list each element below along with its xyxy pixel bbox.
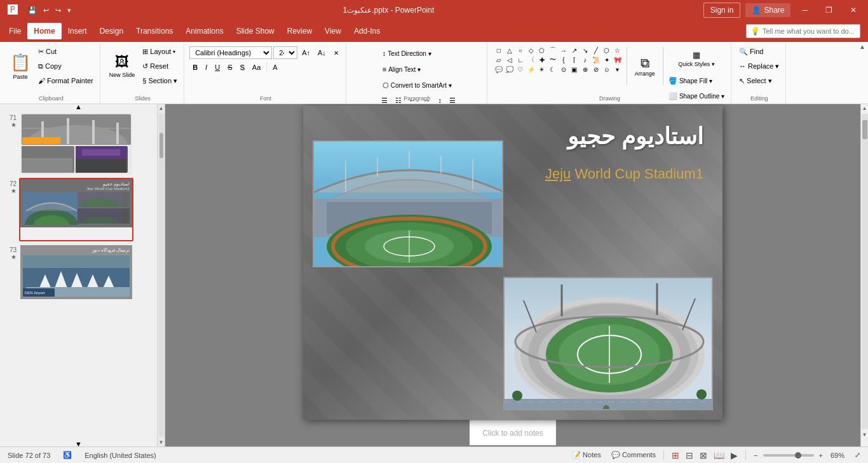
underline-button[interactable]: U xyxy=(212,61,223,74)
font-color-button[interactable]: A xyxy=(269,61,280,74)
format-painter-button[interactable]: 🖌 Format Painter xyxy=(36,74,96,88)
shape-chevron[interactable]: 〈 xyxy=(526,55,536,64)
panel-scroll-bottom-arrow[interactable]: ▼ xyxy=(158,438,165,446)
shape-parallelogram[interactable]: ▱ xyxy=(494,55,504,64)
slide-thumb-72[interactable]: 72 ★ استادیوم حجیو Jeju World Cup Stadiu… xyxy=(3,178,154,241)
shape-arrow2[interactable]: ↗ xyxy=(569,46,580,55)
italic-button[interactable]: I xyxy=(202,61,210,74)
slideshow-button[interactable]: ▶ xyxy=(728,449,740,462)
menu-addins[interactable]: Add-Ins xyxy=(348,23,386,39)
reset-button[interactable]: ↺ Reset xyxy=(140,59,180,73)
scroll-thumb[interactable] xyxy=(862,120,867,139)
slide-sorter-button[interactable]: ⊠ xyxy=(697,449,710,462)
zoom-out-button[interactable]: − xyxy=(751,450,760,460)
shape-arrow1[interactable]: → xyxy=(559,46,569,55)
outline-view-button[interactable]: ⊟ xyxy=(683,449,696,462)
quick-styles-button[interactable]: ▦ Quick Styles ▾ xyxy=(666,44,727,72)
panel-scroll-track[interactable] xyxy=(159,114,164,437)
accessibility-button[interactable]: ♿ xyxy=(60,450,74,460)
shape-cube[interactable]: ▣ xyxy=(569,65,580,74)
scroll-up-arrow[interactable]: ▲ xyxy=(861,104,868,112)
menu-slideshow[interactable]: Slide Show xyxy=(230,23,281,39)
tell-me-box[interactable]: 💡 xyxy=(746,24,860,38)
shape-wave[interactable]: 〜 xyxy=(548,55,558,64)
zoom-thumb[interactable] xyxy=(795,452,801,459)
shape-hexagon[interactable]: ⬡ xyxy=(602,46,612,55)
shape-arrow3[interactable]: ↘ xyxy=(580,46,590,55)
close-button[interactable]: ✕ xyxy=(844,3,863,17)
shape-outline-button[interactable]: ⬜ Shape Outline ▾ xyxy=(666,89,727,103)
customize-quick-access[interactable]: ▾ xyxy=(65,5,74,16)
slide-thumb-71[interactable]: 71 ★ xyxy=(3,112,154,175)
share-button[interactable]: 👤 Share xyxy=(745,3,790,17)
shape-note[interactable]: ♪ xyxy=(580,55,590,64)
panel-scroll-top-arrow[interactable]: ▲ xyxy=(158,104,165,112)
clear-formatting-button[interactable]: ✕ xyxy=(330,46,342,59)
menu-home[interactable]: Home xyxy=(27,23,61,39)
menu-animations[interactable]: Animations xyxy=(179,23,229,39)
font-size-select[interactable]: 24 xyxy=(273,46,297,59)
zoom-percent[interactable]: 69% xyxy=(828,450,847,460)
menu-design[interactable]: Design xyxy=(93,23,130,39)
shape-callout2[interactable]: 💭 xyxy=(505,65,515,74)
save-button[interactable]: 💾 xyxy=(25,5,39,16)
change-case-button[interactable]: Aa xyxy=(249,61,264,74)
shape-rangle[interactable]: ∟ xyxy=(515,55,526,64)
menu-insert[interactable]: Insert xyxy=(62,23,93,39)
section-button[interactable]: § Section ▾ xyxy=(140,74,180,88)
shape-lightning[interactable]: ⚡ xyxy=(526,65,536,74)
shape-cylinder[interactable]: ⊙ xyxy=(559,65,569,74)
panel-scroll-thumb[interactable] xyxy=(159,133,163,158)
convert-smartart-button[interactable]: ⬡ Convert to SmartArt ▾ xyxy=(380,78,454,92)
menu-review[interactable]: Review xyxy=(281,23,318,39)
normal-view-button[interactable]: ⊞ xyxy=(669,449,682,462)
shape-donut[interactable]: ⊕ xyxy=(580,65,590,74)
shape-no[interactable]: ⊘ xyxy=(591,65,601,74)
shape-scroll[interactable]: 📜 xyxy=(591,55,601,64)
tell-me-input[interactable] xyxy=(763,27,856,35)
shape-moon[interactable]: ☾ xyxy=(548,65,558,74)
shape-rtriangle[interactable]: ◁ xyxy=(505,55,515,64)
align-text-button[interactable]: ≡ Align Text ▾ xyxy=(380,62,423,76)
shadow-button[interactable]: S xyxy=(236,61,247,74)
shape-more[interactable]: ▾ xyxy=(613,65,623,74)
slide-panel[interactable]: ▲ 71 ★ xyxy=(0,104,158,446)
menu-view[interactable]: View xyxy=(318,23,348,39)
slide-canvas[interactable]: استادیوم حجیو Jeju World Cup Stadium1 xyxy=(303,105,722,420)
new-slide-button[interactable]: 🖼 New Slide xyxy=(105,44,139,88)
shape-cross[interactable]: ✚ xyxy=(537,55,547,64)
copy-button[interactable]: ⧉ Copy xyxy=(36,59,96,73)
shape-triangle[interactable]: △ xyxy=(505,46,515,55)
shape-heart[interactable]: ♡ xyxy=(515,65,526,74)
replace-button[interactable]: ↔ Replace ▾ xyxy=(736,59,782,73)
shape-sun[interactable]: ☀ xyxy=(537,65,547,74)
font-family-select[interactable]: Calibri (Headings) xyxy=(189,46,272,59)
minimize-button[interactable]: ─ xyxy=(796,3,814,17)
zoom-track[interactable] xyxy=(763,454,814,457)
shape-star[interactable]: ☆ xyxy=(613,46,623,55)
zoom-in-button[interactable]: + xyxy=(817,450,825,460)
slide-image-1[interactable] xyxy=(313,140,503,267)
signin-button[interactable]: Sign in xyxy=(703,3,741,18)
shape-brace[interactable]: ⌈ xyxy=(569,55,580,64)
panel-scroll-down[interactable]: ▼ xyxy=(0,441,157,446)
reading-view-button[interactable]: 📖 xyxy=(711,449,727,462)
panel-scrollbar[interactable]: ▲ ▼ xyxy=(158,104,165,446)
shape-ribbon[interactable]: 🎀 xyxy=(613,55,623,64)
find-button[interactable]: 🔍 Find xyxy=(736,44,782,58)
fit-slide-button[interactable]: ⤢ xyxy=(852,450,863,460)
cut-button[interactable]: ✂ Cut xyxy=(36,44,96,58)
shape-rect[interactable]: □ xyxy=(494,46,504,55)
layout-button[interactable]: ⊞ Layout▾ xyxy=(140,44,180,58)
panel-scroll-up[interactable]: ▲ xyxy=(0,104,157,109)
slide-thumbnail-72[interactable]: استادیوم حجیو Jeju World Cup Stadium1 xyxy=(19,178,133,241)
strikethrough-button[interactable]: S xyxy=(224,61,235,74)
slide-thumb-73[interactable]: 73 ★ ترمینال فرودگاه دنور xyxy=(3,244,154,307)
shape-pentagon[interactable]: ⬠ xyxy=(537,46,547,55)
notes-area[interactable]: Click to add notes xyxy=(470,420,555,445)
shape-smiley[interactable]: ☺ xyxy=(602,65,612,74)
menu-file[interactable]: File xyxy=(3,23,27,39)
menu-transitions[interactable]: Transitions xyxy=(130,23,179,39)
redo-button[interactable]: ↪ xyxy=(53,5,64,16)
font-decrease-button[interactable]: A↓ xyxy=(315,46,329,59)
